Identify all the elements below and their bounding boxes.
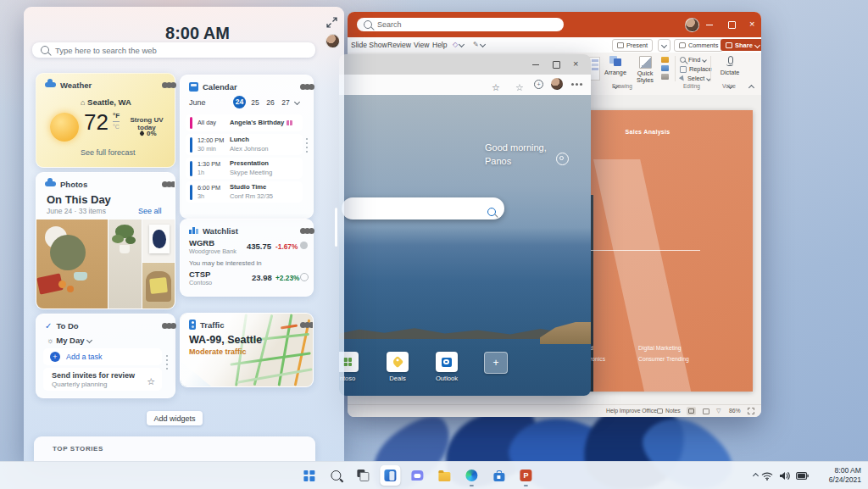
photo-thumbnail[interactable]: [108, 219, 142, 308]
calendar-event[interactable]: All day Angela's Birthday: [186, 114, 303, 131]
ppt-search-box[interactable]: Search: [357, 18, 564, 31]
slideshow-view-icon[interactable]: ▽: [716, 408, 721, 414]
photo-thumbnail[interactable]: [142, 219, 175, 262]
watchlist-row[interactable]: WGRB Woodgrove Bank: [189, 238, 236, 255]
edge-settings-menu-icon[interactable]: [571, 83, 574, 86]
edge-maximize-button[interactable]: [553, 61, 560, 69]
calendar-more-icon[interactable]: [300, 84, 306, 90]
panel-scrollbar-thumb[interactable]: [335, 208, 337, 247]
edge-minimize-button[interactable]: [532, 64, 539, 65]
fit-slide-icon[interactable]: [748, 408, 754, 414]
calendar-expand-icon[interactable]: [294, 99, 300, 105]
find-button[interactable]: Find: [680, 56, 712, 64]
watchlist-more-icon[interactable]: [300, 228, 306, 234]
start-button[interactable]: [298, 465, 319, 486]
zoom-level[interactable]: 86%: [729, 408, 741, 414]
quick-styles-button[interactable]: Quick Styles: [631, 56, 659, 84]
chat-button[interactable]: [407, 465, 427, 486]
watchlist-widget[interactable]: Watchlist WGRB Woodgrove Bank 435.75 -1.…: [180, 219, 314, 297]
photos-more-icon[interactable]: [162, 181, 168, 187]
edge-titlebar[interactable]: ×: [339, 54, 591, 75]
todo-list-selector[interactable]: ☼ My Day: [47, 336, 92, 345]
help-improve-office[interactable]: Help Improve Office: [606, 408, 657, 414]
calendar-day[interactable]: 25: [249, 98, 261, 107]
share-button[interactable]: Share: [721, 39, 761, 51]
shape-format-minibuttons[interactable]: [661, 57, 671, 80]
weather-more-icon[interactable]: [162, 82, 168, 88]
replace-button[interactable]: Replace: [680, 65, 712, 73]
widgets-button[interactable]: [380, 465, 400, 486]
photo-thumbnail[interactable]: [36, 219, 108, 308]
menu-slide-show[interactable]: Slide Show: [351, 41, 387, 49]
calendar-day[interactable]: 27: [280, 98, 292, 107]
menu-review[interactable]: Review: [387, 41, 411, 49]
extensions-icon[interactable]: +: [534, 80, 543, 89]
notes-toggle[interactable]: Notes: [657, 408, 681, 414]
task-row[interactable]: Send invites for review Quarterly planni…: [43, 368, 162, 391]
tray-icons[interactable]: [761, 462, 809, 489]
tray-clock[interactable]: 8:00 AM 6/24/2021: [829, 466, 861, 484]
photos-see-all-link[interactable]: See all: [138, 207, 162, 215]
ppt-account-avatar[interactable]: [685, 18, 699, 32]
ink-pen-icon[interactable]: ✎: [473, 41, 485, 48]
edge-search-bar[interactable]: [342, 197, 504, 219]
calendar-event[interactable]: 12:00 PM30 min LunchAlex Johnson: [186, 134, 303, 155]
calendar-event[interactable]: 6:00 PM3h Studio TimeConf Rm 32/35: [186, 181, 303, 203]
traffic-widget[interactable]: Traffic WA-99, Seattle Moderate traffic: [180, 313, 314, 387]
menu-help[interactable]: Help: [432, 41, 447, 49]
calendar-widget[interactable]: Calendar June 24 25 26 27 All day Angela…: [180, 75, 314, 219]
tile-add[interactable]: +: [484, 352, 508, 374]
panel-profile-avatar[interactable]: [326, 34, 340, 48]
add-widgets-button[interactable]: Add widgets: [147, 411, 203, 425]
calendar-day[interactable]: 26: [264, 98, 276, 107]
todo-scroll-dots[interactable]: [166, 355, 168, 357]
weather-units[interactable]: °F °C: [113, 113, 120, 130]
panel-search-bar[interactable]: Type here to search the web: [32, 42, 315, 58]
edge-profile-avatar[interactable]: [551, 78, 563, 90]
present-button[interactable]: Present: [612, 39, 653, 52]
collapse-ribbon-icon[interactable]: [748, 85, 754, 91]
add-task-row[interactable]: + Add a task: [43, 348, 162, 365]
watchlist-row[interactable]: CTSP Contoso: [189, 270, 212, 286]
page-settings-gear-icon[interactable]: [556, 153, 569, 165]
top-stories-card[interactable]: TOP STORIES: [34, 436, 315, 462]
photo-thumbnail[interactable]: [142, 263, 175, 308]
present-dropdown[interactable]: [658, 39, 670, 52]
slide-sorter-view-icon[interactable]: [703, 408, 709, 414]
shape-fill-icon[interactable]: [661, 57, 669, 63]
designer-icon[interactable]: ◇: [453, 41, 464, 48]
ppt-minimize-button[interactable]: [706, 25, 713, 25]
expand-panel-icon[interactable]: [326, 17, 337, 28]
tray-chevron[interactable]: [754, 462, 758, 489]
collections-icon[interactable]: [515, 79, 524, 94]
edge-button[interactable]: [461, 465, 481, 486]
ppt-close-button[interactable]: ×: [749, 19, 754, 29]
weather-forecast-link[interactable]: See full forecast: [81, 148, 136, 157]
powerpoint-button[interactable]: [515, 465, 536, 486]
row-action-icon[interactable]: [300, 242, 308, 249]
menu-view[interactable]: View: [414, 41, 429, 49]
row-action-icon[interactable]: [300, 273, 309, 281]
photos-widget[interactable]: Photos On This Day June 24 · 33 items Se…: [36, 172, 175, 309]
file-explorer-button[interactable]: [434, 465, 454, 486]
powerpoint-titlebar[interactable]: Search ×: [348, 12, 761, 37]
todo-widget[interactable]: ✓ To Do ☼ My Day + Add a task Send invit…: [36, 314, 175, 398]
edge-close-button[interactable]: ×: [573, 58, 578, 69]
ppt-maximize-button[interactable]: [728, 21, 736, 29]
calendar-scroll-dots[interactable]: [306, 138, 308, 140]
favorites-icon[interactable]: [492, 79, 500, 94]
weather-widget[interactable]: Weather ⌂ Seattle, WA 72 °F °C Strong UV…: [36, 73, 175, 168]
calendar-event[interactable]: 1:30 PM1h PresentationSkype Meeting: [186, 158, 303, 179]
normal-view-icon[interactable]: [687, 407, 696, 415]
traffic-more-icon[interactable]: [300, 322, 306, 328]
todo-more-icon[interactable]: [162, 323, 168, 329]
shape-outline-icon[interactable]: [661, 65, 669, 71]
tile-deals[interactable]: [387, 352, 409, 372]
calendar-day-selected[interactable]: 24: [233, 96, 246, 108]
select-button[interactable]: Select: [680, 75, 712, 82]
tile-outlook[interactable]: [436, 352, 458, 372]
comments-button[interactable]: Comments: [674, 39, 723, 52]
shape-effects-icon[interactable]: [661, 74, 669, 80]
task-star-icon[interactable]: [147, 373, 155, 388]
task-view-button[interactable]: [353, 465, 373, 486]
